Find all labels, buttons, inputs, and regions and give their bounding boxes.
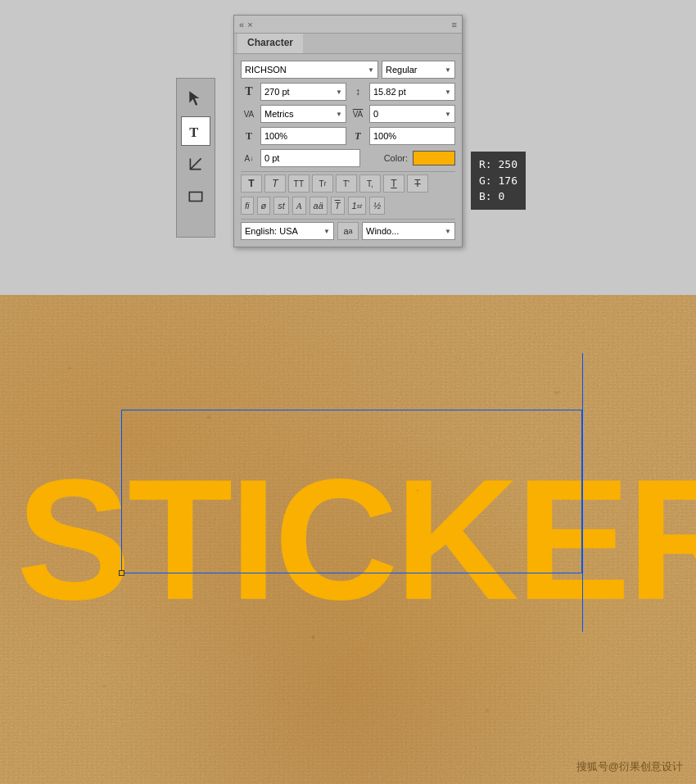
subscript-type-btn[interactable]: T,	[359, 174, 381, 193]
aa-btn[interactable]: aa	[337, 222, 359, 240]
watermark: 搜狐号@衍果创意设计	[576, 759, 683, 774]
color-b: B: 0	[479, 188, 517, 205]
smallcaps-type-btn[interactable]: Tr	[312, 174, 333, 193]
color-swatch[interactable]	[413, 151, 455, 165]
selection-tool[interactable]	[181, 149, 210, 179]
font-size-value: 270 pt	[264, 87, 290, 97]
rectangle-tool[interactable]	[181, 182, 210, 211]
panel-title-buttons: « ×	[239, 20, 253, 29]
baseline-icon: A↓	[241, 154, 257, 163]
strikethrough-type-btn[interactable]: T	[407, 174, 428, 193]
titling-btn[interactable]: aä	[310, 197, 328, 215]
discretionary-btn[interactable]: ø	[257, 197, 271, 215]
separator-2	[241, 219, 455, 220]
leading-input[interactable]: 15.82 pt ▼	[369, 83, 455, 101]
baseline-input[interactable]: 0 pt	[260, 149, 360, 167]
font-row: RICHSON ▼ Regular ▼	[241, 61, 455, 79]
superordinate-btn[interactable]: 1st	[348, 197, 366, 215]
kerning-tracking-row: VA Metrics ▼ VA 0 ▼	[241, 105, 455, 123]
baseline-color-row: A↓ 0 pt Color:	[241, 149, 455, 167]
tracking-icon: VA	[350, 110, 366, 119]
scale-h-icon: T	[241, 130, 257, 143]
text-tool[interactable]: T	[181, 116, 210, 146]
separator-1	[241, 171, 455, 172]
svg-marker-0	[189, 91, 199, 106]
antialiasing-arrow: ▼	[445, 228, 451, 235]
superscript-type-btn[interactable]: T'	[336, 174, 357, 193]
opentype-row: fi ø st A aä T 1st ½	[241, 197, 455, 215]
tracking-arrow: ▼	[445, 111, 451, 118]
sticker-text: STICKER	[0, 454, 696, 626]
panel-menu-btn[interactable]: ≡	[452, 20, 457, 29]
fractions-btn[interactable]: ½	[369, 197, 385, 215]
panel-content: RICHSON ▼ Regular ▼ T 270 pt ▼ ↕ 15.82 p…	[234, 54, 462, 247]
language-arrow: ▼	[323, 228, 330, 235]
top-area: T « × ≡ Character	[0, 0, 696, 295]
swash-btn[interactable]: A	[292, 197, 306, 215]
leading-icon: ↕	[350, 86, 366, 97]
ligature-btn[interactable]: fi	[241, 197, 254, 215]
scale-h-value: 100%	[264, 131, 287, 141]
toolbox: T	[176, 78, 215, 238]
scale-h-input[interactable]: 100%	[260, 127, 346, 145]
allcaps-type-btn[interactable]: TT	[288, 174, 310, 193]
baseline-value: 0 pt	[264, 153, 279, 163]
scale-row: T 100% T 100%	[241, 127, 455, 145]
color-row: Color:	[364, 151, 455, 165]
tracking-input[interactable]: 0 ▼	[369, 105, 455, 123]
font-size-icon: T	[241, 85, 257, 98]
scale-v-icon: T	[350, 130, 366, 143]
kerning-icon: VA	[241, 110, 257, 119]
font-family-arrow: ▼	[368, 66, 374, 74]
panel-titlebar: « × ≡	[234, 16, 462, 34]
collapse-btn[interactable]: «	[239, 20, 244, 29]
scale-v-value: 100%	[373, 131, 396, 141]
cursor-line	[582, 353, 583, 632]
font-style-select[interactable]: Regular ▼	[382, 61, 455, 79]
panel-tab-character[interactable]: Character	[237, 34, 303, 53]
color-g: G: 176	[479, 173, 517, 189]
color-label: Color:	[384, 153, 408, 163]
color-r: R: 250	[479, 156, 517, 173]
kerning-arrow: ▼	[336, 111, 342, 118]
leading-value: 15.82 pt	[373, 87, 406, 97]
font-style-arrow: ▼	[445, 66, 451, 74]
arrow-tool[interactable]	[181, 84, 210, 113]
contextual-btn[interactable]: T	[331, 197, 345, 215]
underline-type-btn[interactable]: T	[383, 174, 404, 193]
kerning-select[interactable]: Metrics ▼	[260, 105, 346, 123]
font-size-input[interactable]: 270 pt ▼	[260, 83, 346, 101]
font-family-select[interactable]: RICHSON ▼	[241, 61, 378, 79]
oldstyle-btn[interactable]: st	[273, 197, 289, 215]
language-select[interactable]: English: USA ▼	[241, 222, 334, 240]
size-leading-row: T 270 pt ▼ ↕ 15.82 pt ▼	[241, 83, 455, 101]
bottom-row: English: USA ▼ aa Windo... ▼	[241, 222, 455, 240]
font-style-value: Regular	[386, 65, 418, 75]
font-size-arrow: ▼	[336, 88, 342, 96]
antialiasing-value: Windo...	[366, 226, 399, 236]
type-buttons-row: T T TT Tr T' T, T T	[241, 174, 455, 193]
antialiasing-select[interactable]: Windo... ▼	[362, 222, 455, 240]
close-btn[interactable]: ×	[247, 20, 252, 29]
leading-arrow: ▼	[445, 88, 451, 96]
svg-text:T: T	[189, 125, 198, 140]
scale-v-input[interactable]: 100%	[369, 127, 455, 145]
kerning-value: Metrics	[264, 109, 293, 119]
color-tooltip: R: 250 G: 176 B: 0	[471, 152, 526, 210]
font-family-value: RICHSON	[245, 65, 287, 75]
italic-type-btn[interactable]: T	[264, 174, 286, 193]
svg-line-2	[190, 158, 201, 169]
svg-rect-3	[189, 193, 201, 202]
corner-handle-bl	[119, 570, 124, 576]
character-panel: « × ≡ Character RICHSON ▼ Regular ▼	[233, 15, 463, 247]
bold-type-btn[interactable]: T	[241, 174, 262, 193]
canvas-area: STICKER 搜狐号@衍果创意设计	[0, 295, 696, 784]
tracking-value: 0	[373, 109, 378, 119]
selection-box	[121, 410, 582, 573]
language-value: English: USA	[245, 226, 298, 236]
